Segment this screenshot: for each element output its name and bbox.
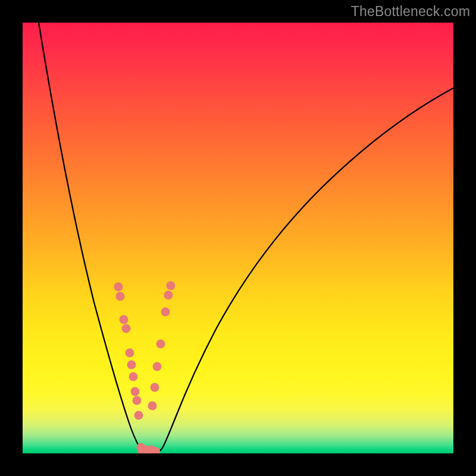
chart-frame: TheBottleneck.com [0,0,476,476]
data-point [116,292,125,301]
data-point [134,411,143,420]
data-point [126,349,134,358]
data-point [148,402,157,411]
data-point [156,340,165,349]
data-point [114,283,123,292]
left-curve [39,23,147,452]
data-point [164,291,173,300]
data-point [153,362,162,371]
data-points [114,281,176,454]
watermark-text: TheBottleneck.com [351,4,470,20]
data-point [129,372,138,381]
right-curve [156,88,453,452]
data-point [131,387,140,396]
data-point [167,281,176,290]
data-point [127,361,136,369]
data-point [133,396,142,405]
chart-svg [23,23,453,453]
plot-area [23,23,453,453]
data-point [151,383,159,392]
data-point [122,324,131,333]
data-point [161,308,170,317]
data-point [120,315,129,324]
